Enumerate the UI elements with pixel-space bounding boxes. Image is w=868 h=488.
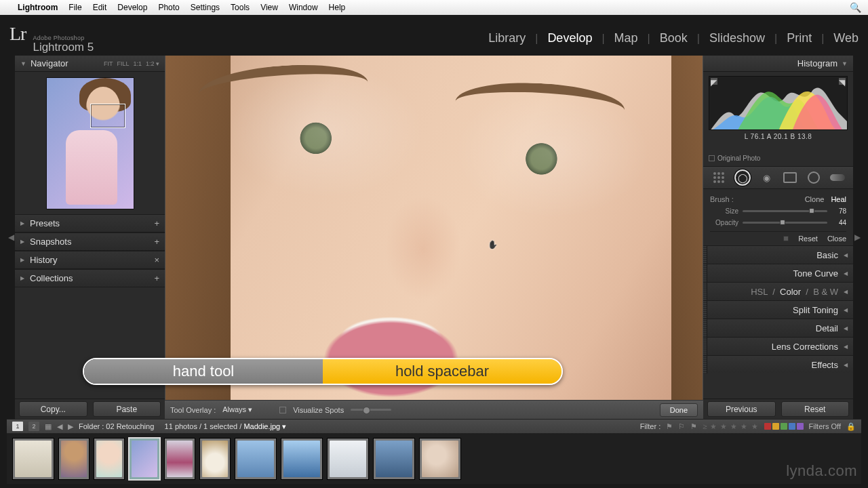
filmstrip-thumb[interactable] [373, 438, 415, 480]
clear-history-icon[interactable]: × [154, 255, 159, 265]
next-photo-icon[interactable]: ▶ [68, 422, 73, 431]
panel-basic[interactable]: Basic◀ [703, 245, 853, 264]
menu-tools[interactable]: Tools [231, 3, 250, 12]
brush-reset-button[interactable]: Reset [798, 235, 818, 243]
histogram-header[interactable]: Histogram ▼ [703, 56, 853, 72]
reject-filter-icon[interactable]: ⚑ [690, 422, 697, 431]
panel-collections[interactable]: ▶ Collections + [15, 269, 165, 287]
color-label-filter[interactable] [764, 423, 804, 430]
brush-close-button[interactable]: Close [827, 235, 846, 243]
add-preset-icon[interactable]: + [154, 218, 159, 228]
size-value: 78 [831, 207, 846, 215]
filmstrip-thumb[interactable] [94, 438, 125, 480]
navigator-preview[interactable] [15, 72, 165, 214]
filmstrip-thumb-selected[interactable] [129, 438, 160, 480]
prev-photo-icon[interactable]: ◀ [57, 422, 62, 431]
menu-develop[interactable]: Develop [117, 3, 147, 12]
spot-removal-tool-icon[interactable]: ◯ [734, 169, 751, 186]
navigator-header[interactable]: ▼ Navigator FIT FILL 1:1 1:2 ▾ [15, 56, 165, 72]
panel-lens-corrections[interactable]: Lens Corrections◀ [703, 337, 853, 355]
nav-fill[interactable]: FILL [117, 60, 129, 67]
panel-tone-curve[interactable]: Tone Curve◀ [703, 264, 853, 282]
menu-edit[interactable]: Edit [93, 3, 107, 12]
panel-split-toning[interactable]: Split Toning◀ [703, 300, 853, 319]
rating-filter[interactable]: ≥ ★ ★ ★ ★ ★ [703, 422, 758, 431]
menu-help[interactable]: Help [329, 3, 346, 12]
menu-window[interactable]: Window [289, 3, 318, 12]
lightroom-window: Lr Adobe Photoshop Lightroom 5 Library| … [0, 15, 868, 488]
nav-fit[interactable]: FIT [104, 60, 113, 67]
photo-count: 11 photos / 1 selected / [165, 422, 242, 430]
module-slideshow[interactable]: Slideshow [709, 31, 765, 45]
filters-off[interactable]: Filters Off [809, 422, 841, 430]
filmstrip-thumb[interactable] [58, 438, 90, 480]
crop-tool-icon[interactable] [711, 169, 727, 186]
visualize-spots-checkbox[interactable] [279, 407, 286, 413]
navigator-viewport-rect[interactable] [90, 104, 125, 128]
filmstrip[interactable] [7, 434, 861, 484]
add-snapshot-icon[interactable]: + [154, 237, 159, 247]
module-map[interactable]: Map [614, 31, 638, 45]
opacity-slider[interactable] [743, 222, 827, 224]
current-filename[interactable]: Maddie.jpg ▾ [243, 422, 286, 430]
menubar-app[interactable]: Lightroom [18, 3, 58, 12]
filmstrip-thumb[interactable] [419, 438, 461, 480]
filmstrip-thumb[interactable] [164, 438, 195, 480]
filmstrip-thumb[interactable] [281, 438, 323, 480]
module-book[interactable]: Book [660, 31, 688, 45]
previous-button[interactable]: Previous [707, 401, 776, 417]
filmstrip-thumb[interactable] [12, 438, 54, 480]
visualize-spots-slider[interactable] [351, 409, 391, 411]
module-print[interactable]: Print [787, 31, 812, 45]
menu-view[interactable]: View [260, 3, 278, 12]
filmstrip-thumb[interactable] [235, 438, 277, 480]
flag-filter-icon[interactable]: ⚑ [666, 422, 673, 431]
left-panel-toggle-icon[interactable]: ◀ [7, 56, 15, 419]
brush-label: Brush : [710, 195, 734, 203]
original-photo-checkbox[interactable] [709, 155, 715, 161]
spot-removal-panel: Brush : Clone Heal Size 78 Opacity 44 [703, 189, 853, 245]
grid-view-icon[interactable]: ▦ [45, 422, 52, 431]
folder-name[interactable]: 02 Retouching [106, 422, 154, 430]
mode-heal[interactable]: Heal [831, 195, 846, 203]
reset-button[interactable]: Reset [781, 401, 850, 417]
mode-clone[interactable]: Clone [805, 195, 825, 203]
folder-label: Folder : [79, 422, 104, 430]
panel-hsl[interactable]: HSL / Color / B & W◀ [703, 282, 853, 300]
paste-button[interactable]: Paste [93, 401, 161, 417]
panel-effects[interactable]: Effects◀ [703, 355, 853, 373]
module-web[interactable]: Web [833, 31, 859, 45]
disclosure-right-icon: ▶ [20, 239, 24, 245]
menu-file[interactable]: File [68, 3, 81, 12]
nav-zoom[interactable]: 1:2 ▾ [146, 60, 159, 67]
panel-history[interactable]: ▶ History × [15, 251, 165, 269]
pin-toggle-icon[interactable] [783, 236, 789, 241]
panel-detail[interactable]: Detail◀ [703, 319, 853, 337]
tool-overlay-select[interactable]: Always ▾ [222, 405, 252, 414]
filmstrip-thumb[interactable] [199, 438, 231, 480]
size-slider[interactable] [743, 210, 827, 212]
add-collection-icon[interactable]: + [154, 273, 159, 283]
done-button[interactable]: Done [660, 403, 698, 417]
adjustment-brush-icon[interactable] [829, 169, 846, 186]
radial-filter-icon[interactable] [806, 169, 822, 186]
module-develop[interactable]: Develop [547, 31, 592, 45]
nav-1to1[interactable]: 1:1 [133, 60, 142, 67]
panel-snapshots[interactable]: ▶ Snapshots + [15, 232, 165, 251]
secondary-display-1[interactable]: 1 [12, 422, 23, 431]
copy-button[interactable]: Copy... [19, 401, 87, 417]
photo-canvas[interactable] [165, 56, 703, 400]
secondary-display-2[interactable]: 2 [28, 422, 39, 431]
filmstrip-thumb[interactable] [327, 438, 369, 480]
menu-settings[interactable]: Settings [191, 3, 220, 12]
right-panel-toggle-icon[interactable]: ▶ [853, 56, 861, 419]
histogram-chart[interactable]: ◤ ◥ [709, 76, 848, 130]
module-library[interactable]: Library [488, 31, 526, 45]
spotlight-icon[interactable]: 🔍 [850, 2, 861, 13]
redeye-tool-icon[interactable]: ◉ [758, 169, 774, 186]
panel-presets[interactable]: ▶ Presets + [15, 214, 165, 232]
unflag-filter-icon[interactable]: ⚐ [678, 422, 685, 431]
menu-photo[interactable]: Photo [158, 3, 179, 12]
filter-lock-icon[interactable]: 🔒 [846, 422, 856, 431]
graduated-filter-icon[interactable] [782, 169, 798, 186]
